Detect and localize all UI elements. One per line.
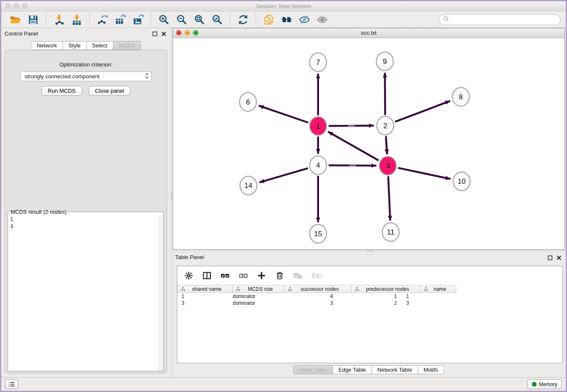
svg-text:11: 11 <box>387 228 395 236</box>
edge-3-10[interactable] <box>398 168 451 179</box>
table-tab-node-table[interactable]: Node Table <box>293 365 333 374</box>
edge-4-14[interactable] <box>259 168 308 182</box>
task-history-button[interactable] <box>5 379 18 389</box>
table-tab-motifs[interactable]: Motifs <box>418 365 444 374</box>
select-all-checkboxes-icon[interactable] <box>220 271 231 281</box>
node-10[interactable]: 10 <box>453 172 470 190</box>
table-row[interactable]: 3dominator323 <box>177 300 562 306</box>
import-table-icon[interactable] <box>70 13 83 26</box>
column-header-shared-name[interactable]: shared name <box>177 285 233 293</box>
table-tab-network-table[interactable]: Network Table <box>372 365 418 374</box>
table-cell: 1 <box>402 293 433 299</box>
zoom-selected-icon[interactable] <box>211 13 223 26</box>
float-panel-icon[interactable] <box>548 255 553 260</box>
edge-2-8[interactable] <box>395 101 450 121</box>
column-header-name[interactable]: name <box>421 285 456 293</box>
stepper-icon <box>145 72 149 80</box>
edge-1-6[interactable] <box>259 105 308 122</box>
node-2[interactable]: 2 <box>377 116 394 135</box>
table-cell: 4 <box>276 293 338 299</box>
svg-text:1: 1 <box>316 122 320 130</box>
copy-view-icon[interactable] <box>262 13 275 26</box>
node-14[interactable]: 14 <box>240 176 257 195</box>
svg-text:8: 8 <box>459 93 462 101</box>
column-header-predecessor-nodes[interactable]: predecessor nodes <box>352 285 421 293</box>
close-panel-icon[interactable] <box>161 31 166 36</box>
close-panel-button[interactable]: Close panel <box>89 86 131 96</box>
edge-3-1[interactable] <box>328 132 379 160</box>
search-input[interactable] <box>451 16 556 23</box>
table-toolbar: f(x) <box>177 266 562 285</box>
table-row[interactable]: 1dominator411 <box>177 293 562 300</box>
toolbar-separator <box>46 13 46 26</box>
node-1[interactable]: 1 <box>310 117 327 135</box>
node-6[interactable]: 6 <box>239 93 256 111</box>
add-column-icon[interactable] <box>256 271 267 281</box>
svg-text:9: 9 <box>383 58 387 66</box>
column-header-label: shared name <box>187 286 232 292</box>
network-canvas[interactable]: 7968124314101511 <box>173 38 564 249</box>
node-3[interactable]: 3 <box>379 156 396 175</box>
edge-2-3[interactable] <box>386 136 387 155</box>
control-panel-title: Control Panel <box>5 30 38 37</box>
first-neighbors-icon[interactable] <box>280 13 293 26</box>
close-panel-icon[interactable] <box>556 255 561 260</box>
node-9[interactable]: 9 <box>376 52 393 71</box>
edge-3-11[interactable] <box>388 176 391 221</box>
table-panel: Table Panel f(x) shared nameMCDS rolesuc… <box>173 252 565 378</box>
zoom-out-icon[interactable] <box>175 13 188 26</box>
node-7[interactable]: 7 <box>310 53 327 72</box>
window-title: Session: New Session <box>1 3 566 9</box>
zoom-in-icon[interactable] <box>157 13 170 26</box>
save-session-icon[interactable] <box>27 13 39 26</box>
hide-panel-icon[interactable] <box>298 13 311 26</box>
refresh-view-icon[interactable] <box>237 13 249 26</box>
column-header-MCDS-role[interactable]: MCDS role <box>233 285 285 293</box>
table-cell: dominator <box>228 293 276 299</box>
deselect-all-checkboxes-icon[interactable] <box>238 271 249 281</box>
export-table-icon[interactable] <box>114 13 127 26</box>
column-header-successor-nodes[interactable]: successor nodes <box>285 285 352 293</box>
mcds-result-legend: MCDS result (2 nodes) <box>9 209 68 215</box>
float-panel-icon[interactable] <box>152 31 157 36</box>
open-session-icon[interactable] <box>9 13 22 26</box>
svg-text:3: 3 <box>386 162 390 170</box>
tab-style[interactable]: Style <box>63 41 87 50</box>
tab-mcds[interactable]: MCDS <box>113 41 141 50</box>
export-image-icon[interactable] <box>132 13 144 26</box>
import-network-icon[interactable] <box>52 13 65 26</box>
edge-2-9[interactable] <box>385 73 385 115</box>
svg-text:14: 14 <box>245 182 253 190</box>
node-15[interactable]: 15 <box>310 224 327 243</box>
status-bar: Memory <box>1 377 566 391</box>
toolbar-separator <box>230 13 230 26</box>
node-11[interactable]: 11 <box>382 223 399 241</box>
run-mcds-button[interactable]: Run MCDS <box>41 86 82 96</box>
node-4[interactable]: 4 <box>310 156 327 174</box>
column-view-icon[interactable] <box>201 271 212 281</box>
tree-icon <box>288 287 292 291</box>
svg-text:7: 7 <box>316 58 320 66</box>
control-panel-tabs: NetworkStyleSelectMCDS <box>1 41 171 50</box>
tab-network[interactable]: Network <box>31 41 63 50</box>
mcds-panel: Optimization criterion: strongly connect… <box>5 50 167 373</box>
export-network-icon[interactable] <box>96 13 109 26</box>
svg-text:2: 2 <box>383 122 387 130</box>
tab-select[interactable]: Select <box>86 41 113 50</box>
memory-button[interactable]: Memory <box>527 379 562 389</box>
table-tab-edge-table[interactable]: Edge Table <box>333 365 372 374</box>
toolbar-icon-groups <box>6 13 331 26</box>
search-box[interactable] <box>439 14 561 25</box>
criterion-select[interactable]: strongly connected component <box>20 72 151 81</box>
toolbar-separator <box>256 13 256 26</box>
node-8[interactable]: 8 <box>452 88 469 106</box>
column-header-label: name <box>430 286 456 292</box>
mcds-result-text[interactable]: 1 3 <box>8 215 158 371</box>
delete-column-icon[interactable] <box>274 271 285 281</box>
result-scrollbar[interactable] <box>158 215 163 371</box>
settings-gear-icon[interactable] <box>183 271 194 281</box>
network-window-titlebar[interactable]: scc.txt <box>173 28 564 38</box>
zoom-fit-icon[interactable] <box>193 13 206 26</box>
table-cell: 3 <box>402 300 433 306</box>
show-panel-icon[interactable] <box>316 13 328 26</box>
